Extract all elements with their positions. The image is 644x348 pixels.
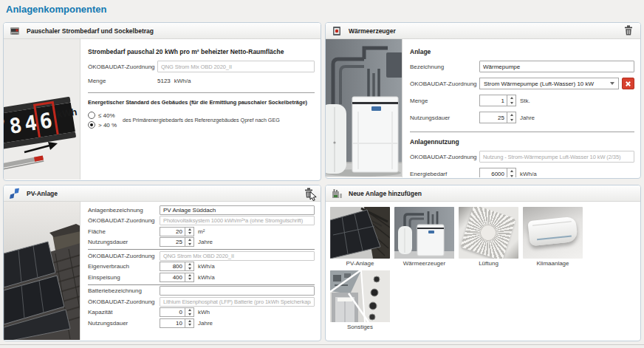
panel-pv-header: PV-Anlage: [4, 185, 321, 202]
radio-gt-40-circle[interactable]: [88, 121, 95, 129]
lueftung-tile-photo: [459, 207, 518, 259]
energiebedarf-unit: kWh/a: [520, 171, 537, 177]
nutzung-okobaudat-input[interactable]: [479, 151, 634, 163]
tile-lueftung-label: Lüftung: [459, 260, 518, 267]
kapazitaet-spinner: [185, 307, 194, 317]
kapazitaet-label: Kapazität: [88, 309, 160, 315]
flaeche-input[interactable]: [160, 227, 185, 236]
spinner-down-button[interactable]: [185, 277, 193, 282]
flaeche-unit: m²: [198, 228, 205, 235]
radio-le-40[interactable]: ≤ 40%: [88, 112, 117, 119]
radio-gt-40-label: > 40 %: [98, 122, 117, 129]
okobaudat1-input[interactable]: [160, 216, 315, 225]
anlage-heading: Anlage: [410, 48, 634, 55]
okobaudat-input[interactable]: [157, 61, 315, 72]
spinner-up-button[interactable]: [507, 168, 515, 174]
einspeisung-input[interactable]: [160, 273, 185, 282]
einspeisung-spinner: [185, 273, 194, 282]
okobaudat-row: ÖKOBAUDAT-Zuordnung Strom Wärmepumpe (Lu…: [410, 78, 634, 89]
spinner-down-button[interactable]: [185, 267, 193, 271]
eigenverbrauch-row: Eigenverbrauch kWh/a: [88, 262, 315, 271]
meter-illustration: 7846 kWh: [4, 39, 80, 180]
tile-sonstiges[interactable]: Sonstiges: [330, 270, 390, 330]
eigenverbrauch-unit: kWh/a: [198, 263, 215, 270]
pv-tile-photo: [330, 207, 390, 259]
panel-strombedarf: Pauschaler Strombedarf und Sockelbetrag …: [3, 22, 321, 181]
pv-icon: [9, 188, 21, 199]
tile-lueftung[interactable]: Lüftung: [459, 207, 518, 267]
einspeisung-row: Einspeisung kWh/a: [88, 273, 315, 282]
tile-sonstiges-label: Sonstiges: [330, 324, 390, 330]
nutzungsdauer-input[interactable]: [479, 112, 507, 123]
okobaudat3-input[interactable]: [160, 297, 315, 307]
radio-le-40-label: ≤ 40%: [98, 112, 115, 119]
tile-pv-anlage[interactable]: PV-Anlage: [330, 207, 390, 267]
tile-klimaanlage[interactable]: Klimaanlage: [523, 207, 583, 267]
panel-strombedarf-title: Pauschaler Strombedarf und Sockelbetrag: [27, 27, 154, 35]
energiebedarf-row: Energiebedarf kWh/a: [410, 168, 634, 177]
bezeichnung-label: Bezeichnung: [410, 64, 479, 70]
okobaudat-select[interactable]: Strom Wärmepumpe (Luft-Wasser) 10 kW: [479, 78, 619, 89]
okobaudat-row: ÖKOBAUDAT-Zuordnung: [88, 61, 315, 72]
tile-pv-anlage-label: PV-Anlage: [330, 260, 390, 267]
waermeerzeuger-tile-photo: [394, 207, 454, 259]
okobaudat3-row: ÖKOBAUDAT-Zuordnung: [88, 297, 315, 307]
spinner-up-button[interactable]: [507, 112, 515, 117]
kapazitaet-input[interactable]: [160, 307, 185, 317]
nutzungsdauer1-input[interactable]: [160, 237, 185, 247]
batteriebezeichnung-input[interactable]: [160, 286, 315, 296]
spinner-down-button[interactable]: [507, 100, 515, 106]
batteriebezeichnung-row: Batteriebezeichnung: [88, 286, 315, 296]
menge-input[interactable]: [479, 95, 507, 106]
anlagenbezeichnung-input[interactable]: [160, 205, 315, 215]
spinner-down-button[interactable]: [185, 313, 193, 317]
eigenverbrauch-input[interactable]: [160, 262, 185, 271]
divider: [88, 284, 315, 285]
okobaudat-select-value: Strom Wärmepumpe (Luft-Wasser) 10 kW: [484, 81, 607, 87]
okobaudat2-input[interactable]: [160, 251, 315, 261]
add-system-icon: [331, 188, 343, 199]
menge-value: 5123: [157, 78, 171, 84]
tile-waermeerzeuger[interactable]: Wärmeerzeuger: [394, 207, 454, 267]
energiebedarf-label: Energiebedarf: [410, 171, 479, 177]
einspeisung-label: Einspeisung: [88, 274, 160, 281]
nutzungsdauer-unit: Jahre: [520, 115, 535, 121]
okobaudat-label: ÖKOBAUDAT-Zuordnung: [410, 81, 479, 87]
nutzungsdauer-label: Nutzungsdauer: [410, 115, 479, 121]
divider: [88, 249, 315, 250]
radio-le-40-circle[interactable]: [88, 112, 95, 119]
divider: [88, 92, 315, 93]
spinner-down-button[interactable]: [185, 231, 193, 236]
panel-neue-anlage-header: Neue Anlage hinzufügen: [326, 185, 640, 202]
delete-pv-anlage-button[interactable]: [304, 188, 315, 199]
radio-gt-40[interactable]: > 40 %: [88, 121, 117, 129]
anlagenbezeichnung-row: Anlagenbezeichnung: [88, 205, 315, 215]
strombedarf-heading: Strombedarf pauschal 20 kWh pro m² behei…: [88, 48, 315, 55]
delete-waermeerzeuger-button[interactable]: [624, 25, 635, 37]
flaeche-row: Fläche m²: [88, 227, 315, 236]
remove-assignment-button[interactable]: [622, 78, 634, 89]
okobaudat-label: ÖKOBAUDAT-Zuordnung: [88, 64, 157, 70]
solar-roof-photo: [4, 202, 80, 340]
energiebedarf-spinner: [507, 168, 516, 177]
energetischer-standard-heading: Energetischer Standard des Gebäudes (für…: [88, 99, 296, 106]
sonstiges-tile-photo: [330, 270, 390, 322]
energiebedarf-input[interactable]: [479, 168, 507, 177]
trash-icon: [624, 25, 633, 35]
page-title: Anlagenkomponenten: [6, 4, 107, 15]
panel-neue-anlage-title: Neue Anlage hinzufügen: [349, 190, 422, 197]
panel-neue-anlage: Neue Anlage hinzufügen PV-Anlage: [325, 185, 641, 341]
ceiling-diffuser-illustration: [460, 207, 516, 259]
nutzungsdauer2-unit: Jahre: [198, 320, 213, 327]
spinner-down-button[interactable]: [507, 174, 515, 177]
spinner-up-button[interactable]: [507, 95, 515, 100]
spinner-down-button[interactable]: [185, 242, 193, 247]
menge-unit: kWh/a: [174, 78, 191, 84]
bezeichnung-input[interactable]: [479, 61, 634, 72]
spinner-down-button[interactable]: [185, 323, 193, 327]
menge-unit: Stk.: [520, 98, 530, 104]
eigenverbrauch-spinner: [185, 262, 194, 271]
close-icon: [625, 81, 631, 87]
nutzungsdauer2-input[interactable]: [160, 318, 185, 328]
spinner-down-button[interactable]: [507, 117, 515, 123]
